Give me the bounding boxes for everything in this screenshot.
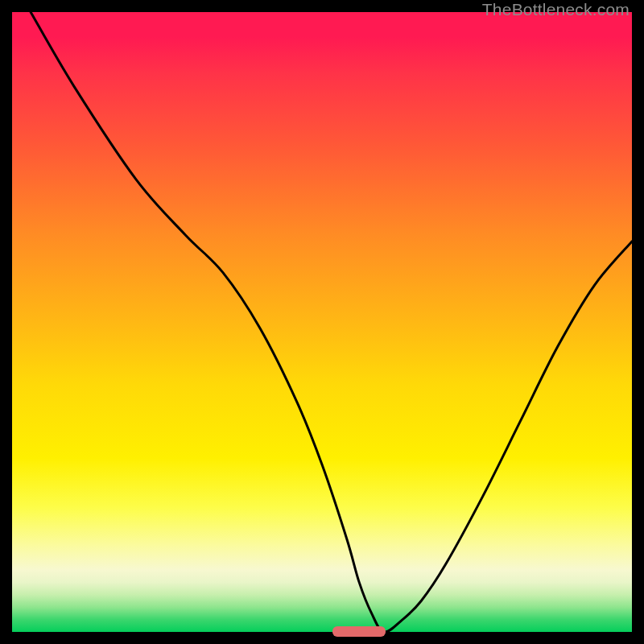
curve-path xyxy=(31,12,632,632)
optimal-range-marker xyxy=(332,626,385,637)
chart-frame: TheBottleneck.com xyxy=(0,0,644,644)
bottleneck-curve xyxy=(12,12,632,632)
plot-area xyxy=(12,12,632,632)
watermark-text: TheBottleneck.com xyxy=(482,0,630,19)
